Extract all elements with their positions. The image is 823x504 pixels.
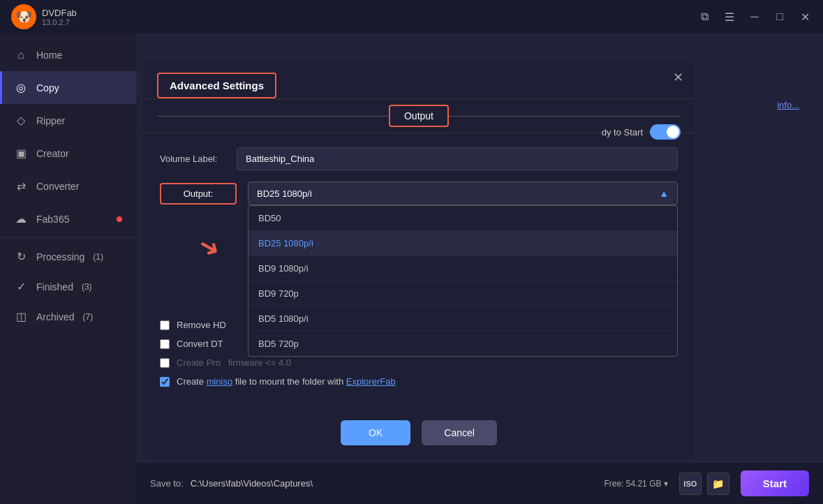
menu-control[interactable]: ☰ bbox=[722, 10, 736, 24]
app-name: DVDFab bbox=[42, 8, 77, 18]
iso-icon: ISO bbox=[683, 480, 697, 488]
sidebar-label-archived: Archived bbox=[36, 311, 74, 323]
create-pro-label: Create Pro firmware <= 4.0 bbox=[177, 357, 291, 368]
volume-label-input[interactable] bbox=[237, 147, 678, 170]
fab365-badge bbox=[117, 216, 122, 222]
convert-dt-checkbox[interactable] bbox=[160, 339, 170, 349]
sidebar-label-finished: Finished bbox=[36, 281, 73, 292]
processing-count: (1) bbox=[93, 252, 103, 262]
sidebar-label-processing: Processing bbox=[36, 251, 84, 262]
dvdfab-icon: 🐶 bbox=[15, 8, 33, 25]
titlebar: 🐶 DVDFab 13.0.2.7 ⧉ ☰ ─ □ ✕ bbox=[0, 0, 823, 34]
tab-output[interactable]: Output bbox=[389, 105, 449, 127]
dialog-close-button[interactable]: ✕ bbox=[673, 70, 683, 85]
archived-count: (7) bbox=[82, 312, 93, 322]
sidebar: ⌂ Home ◎ Copy ◇ Ripper ▣ Creator ⇄ Conve… bbox=[0, 34, 136, 504]
sidebar-label-ripper: Ripper bbox=[36, 115, 65, 126]
dialog-footer: OK Cancel bbox=[143, 409, 695, 459]
output-label: Output: bbox=[160, 183, 237, 205]
folder-icon-button[interactable]: 📁 bbox=[707, 473, 729, 495]
copy-icon: ◎ bbox=[14, 81, 28, 94]
output-dropdown[interactable]: BD25 1080p/i ▲ bbox=[248, 181, 678, 205]
window-controls: ⧉ ☰ ─ □ ✕ bbox=[697, 10, 812, 24]
dialog-title: Advanced Settings bbox=[157, 73, 276, 98]
dropdown-option-bd25-1080[interactable]: BD25 1080p/i bbox=[249, 231, 677, 256]
output-selected-value: BD25 1080p/i bbox=[257, 188, 312, 199]
sidebar-item-converter[interactable]: ⇄ Converter bbox=[0, 170, 136, 202]
snap-control[interactable]: ⧉ bbox=[697, 10, 711, 24]
home-icon: ⌂ bbox=[14, 49, 28, 61]
save-to-path: C:\Users\fab\Videos\Captures\ bbox=[191, 478, 605, 489]
main-area: Advanced Settings ✕ Output info... dy to… bbox=[136, 34, 823, 504]
output-row: Output: BD25 1080p/i ▲ BD50 BD25 1080p/i… bbox=[160, 181, 678, 205]
miniso-link[interactable]: miniso bbox=[207, 376, 233, 387]
convert-dt-label: Convert DT bbox=[177, 339, 223, 349]
dropdown-arrow-icon: ▲ bbox=[659, 188, 669, 199]
converter-icon: ⇄ bbox=[14, 179, 28, 193]
advanced-settings-dialog: Advanced Settings ✕ Output info... dy to… bbox=[143, 61, 695, 459]
tab-line-left bbox=[157, 116, 389, 117]
ready-to-start-label: dy to Start bbox=[602, 127, 643, 138]
ripper-icon: ◇ bbox=[14, 114, 28, 127]
creator-icon: ▣ bbox=[14, 147, 28, 160]
output-dropdown-container: BD25 1080p/i ▲ BD50 BD25 1080p/i BD9 108… bbox=[248, 181, 678, 205]
tab-line-right bbox=[449, 116, 681, 117]
sidebar-divider bbox=[0, 238, 136, 239]
bottom-bar: Save to: C:\Users\fab\Videos\Captures\ F… bbox=[136, 462, 823, 504]
info-link[interactable]: info... bbox=[777, 100, 799, 110]
output-dropdown-menu[interactable]: BD50 BD25 1080p/i BD9 1080p/i BD9 720p B… bbox=[248, 205, 678, 357]
sidebar-label-converter: Converter bbox=[36, 181, 79, 192]
dropdown-option-bd5-1080[interactable]: BD5 1080p/i bbox=[249, 306, 677, 332]
sidebar-item-archived[interactable]: ◫ Archived (7) bbox=[0, 302, 136, 332]
sidebar-label-home: Home bbox=[36, 50, 62, 61]
iso-icon-button[interactable]: ISO bbox=[679, 473, 702, 495]
sidebar-item-processing[interactable]: ↻ Processing (1) bbox=[0, 242, 136, 272]
minimize-button[interactable]: ─ bbox=[748, 10, 762, 24]
ready-to-start-toggle[interactable] bbox=[650, 124, 681, 140]
sidebar-item-creator[interactable]: ▣ Creator bbox=[0, 137, 136, 170]
sidebar-label-creator: Creator bbox=[36, 148, 69, 159]
dropdown-option-bd9-720[interactable]: BD9 720p bbox=[249, 281, 677, 306]
dropdown-option-bd50[interactable]: BD50 bbox=[249, 206, 677, 231]
ok-button[interactable]: OK bbox=[341, 420, 410, 445]
create-miniso-label: Create miniso file to mount the folder w… bbox=[177, 376, 396, 387]
cancel-button[interactable]: Cancel bbox=[422, 420, 497, 445]
app-logo: 🐶 bbox=[11, 4, 36, 29]
finished-icon: ✓ bbox=[14, 280, 28, 293]
ready-to-start-section: dy to Start bbox=[602, 124, 681, 140]
remove-hd-checkbox[interactable] bbox=[160, 320, 170, 330]
checkbox-create-pro: Create Pro firmware <= 4.0 bbox=[160, 357, 678, 368]
dropdown-option-bd5-720[interactable]: BD5 720p bbox=[249, 332, 677, 356]
dialog-header: Advanced Settings ✕ bbox=[143, 61, 695, 99]
volume-label-label: Volume Label: bbox=[160, 154, 237, 164]
archived-icon: ◫ bbox=[14, 310, 28, 323]
app-version: 13.0.2.7 bbox=[42, 18, 77, 27]
save-to-label: Save to: bbox=[150, 478, 184, 489]
create-pro-checkbox[interactable] bbox=[160, 358, 170, 368]
start-button[interactable]: Start bbox=[741, 470, 809, 496]
remove-hd-label: Remove HD bbox=[177, 320, 226, 330]
finished-count: (3) bbox=[82, 282, 92, 292]
toggle-knob bbox=[667, 126, 679, 138]
sidebar-item-fab365[interactable]: ☁ Fab365 bbox=[0, 202, 136, 235]
sidebar-item-ripper[interactable]: ◇ Ripper bbox=[0, 104, 136, 137]
sidebar-item-finished[interactable]: ✓ Finished (3) bbox=[0, 272, 136, 302]
sidebar-label-fab365: Fab365 bbox=[36, 214, 69, 225]
sidebar-label-copy: Copy bbox=[36, 82, 59, 94]
free-space-label: Free: 54.21 GB ▾ bbox=[604, 479, 667, 489]
processing-icon: ↻ bbox=[14, 250, 28, 263]
create-miniso-checkbox[interactable] bbox=[160, 377, 170, 387]
sidebar-item-copy[interactable]: ◎ Copy bbox=[0, 71, 136, 104]
dropdown-option-bd9-1080[interactable]: BD9 1080p/i bbox=[249, 256, 677, 281]
checkbox-create-miniso: Create miniso file to mount the folder w… bbox=[160, 376, 678, 387]
dialog-body: Volume Label: Output: BD25 1080p/i ▲ BD5… bbox=[143, 133, 695, 409]
volume-label-row: Volume Label: bbox=[160, 147, 678, 170]
close-button[interactable]: ✕ bbox=[798, 10, 812, 24]
folder-icon: 📁 bbox=[712, 478, 724, 489]
maximize-button[interactable]: □ bbox=[773, 10, 787, 24]
explorerfab-link[interactable]: ExplorerFab bbox=[346, 376, 396, 387]
fab365-icon: ☁ bbox=[14, 212, 28, 225]
sidebar-item-home[interactable]: ⌂ Home bbox=[0, 39, 136, 71]
